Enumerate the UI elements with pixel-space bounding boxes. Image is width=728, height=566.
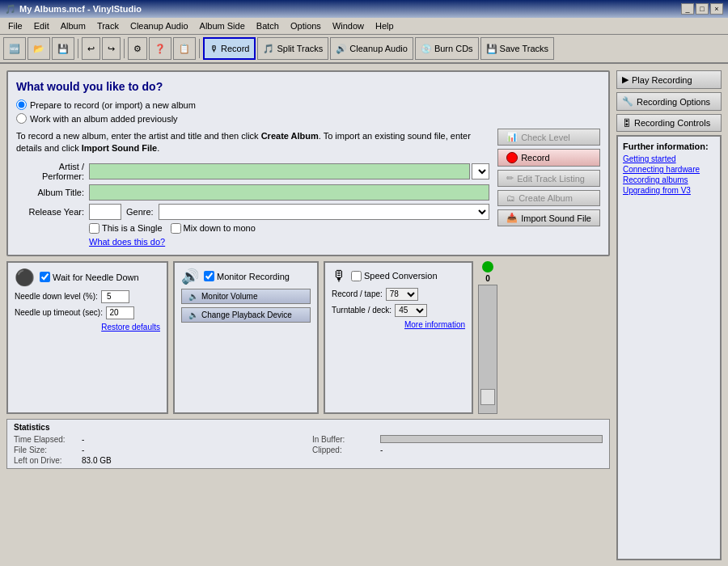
- monitor-panel: 🔊 Monitor Recording 🔈 Monitor Volume 🔈 C…: [173, 261, 319, 414]
- recording-controls-button[interactable]: 🎛 Recording Controls: [616, 114, 722, 132]
- artist-row: Artist / Performer:: [16, 162, 489, 181]
- year-genre-row: Release Year: Genre:: [16, 204, 489, 220]
- cd-icon: 💿: [421, 44, 432, 54]
- speed-panel: 🎙 Speed Conversion Record / tape: 78 45 …: [324, 261, 473, 414]
- cleanup-audio-button[interactable]: 🔊 Cleanup Audio: [330, 37, 413, 60]
- import-sound-button[interactable]: 📥 Import Sound File: [497, 209, 600, 226]
- single-checkbox[interactable]: [89, 223, 99, 234]
- menu-options[interactable]: Options: [286, 19, 326, 32]
- play-recording-button[interactable]: ▶ Play Recording: [616, 70, 722, 89]
- vu-needle: [480, 389, 495, 405]
- radio-new-album: Prepare to record (or import) a new albu…: [16, 99, 489, 110]
- right-panel: ▶ Play Recording 🔧 Recording Options 🎛 R…: [616, 70, 722, 560]
- volume-icon: 🔈: [188, 292, 198, 301]
- radio-new-album-input[interactable]: [16, 99, 27, 110]
- create-icon: 🗂: [506, 193, 515, 203]
- controls-icon: 🎛: [622, 118, 631, 128]
- wrench-icon: 🔧: [622, 96, 633, 107]
- stats-container: Statistics Time Elapsed: - In Buffer: Fi…: [6, 419, 610, 469]
- menu-batch[interactable]: Batch: [252, 19, 284, 32]
- menu-help[interactable]: Help: [370, 19, 399, 32]
- menu-file[interactable]: File: [3, 19, 28, 32]
- record-speed-label: Record / tape:: [332, 289, 383, 298]
- time-elapsed-value: -: [82, 435, 84, 444]
- open-button[interactable]: 📂: [28, 37, 50, 60]
- record-speed-select[interactable]: 78 45 33: [386, 288, 418, 301]
- save-tracks-button[interactable]: 💾 Save Tracks: [480, 37, 555, 60]
- link-connecting-hardware[interactable]: Connecting hardware: [623, 165, 715, 174]
- record-toolbar-button[interactable]: 🎙 Record: [203, 37, 256, 60]
- what-link[interactable]: What does this do?: [89, 237, 165, 247]
- mono-checkbox[interactable]: [171, 223, 181, 234]
- help-button[interactable]: ❓: [149, 37, 171, 60]
- turntable-speed-label: Turntable / deck:: [332, 306, 392, 315]
- clipped-label: Clipped:: [312, 446, 377, 454]
- single-label: This is a Single: [102, 223, 163, 233]
- radio-existing-input[interactable]: [16, 113, 27, 124]
- drive-label: Left on Drive:: [14, 456, 78, 465]
- album-button[interactable]: 📋: [173, 37, 196, 60]
- check-level-button[interactable]: 📊 Check Level: [497, 129, 600, 146]
- artist-dropdown[interactable]: [472, 163, 489, 180]
- wizard-info: To record a new album, enter the artist …: [16, 130, 489, 155]
- close-button[interactable]: ×: [710, 3, 723, 15]
- menu-album[interactable]: Album: [56, 19, 91, 32]
- restore-defaults-link[interactable]: Restore defaults: [15, 323, 160, 332]
- split-icon: 🎵: [263, 44, 274, 54]
- change-playback-button[interactable]: 🔈 Change Playback Device: [181, 307, 311, 323]
- menu-bar: File Edit Album Track Cleanup Audio Albu…: [0, 18, 728, 35]
- needle-level-input[interactable]: [101, 290, 129, 303]
- artist-input[interactable]: [89, 163, 470, 180]
- needle-down-checkbox[interactable]: [40, 272, 50, 282]
- save-tracks-icon: 💾: [486, 44, 497, 54]
- link-recording-albums[interactable]: Recording albums: [623, 175, 715, 184]
- monitor-volume-button[interactable]: 🔈 Monitor Volume: [181, 289, 311, 304]
- menu-window[interactable]: Window: [328, 19, 369, 32]
- create-album-button[interactable]: 🗂 Create Album: [497, 190, 600, 206]
- year-label: Release Year:: [16, 207, 89, 217]
- monitor-checkbox[interactable]: [204, 271, 214, 281]
- needle-icon: ⚫: [15, 268, 35, 287]
- year-input[interactable]: [89, 204, 121, 220]
- turntable-speed-select[interactable]: 45 33: [395, 304, 427, 317]
- save-button[interactable]: 💾: [52, 37, 74, 60]
- link-upgrading[interactable]: Upgrading from V3: [623, 186, 715, 195]
- needle-timeout-input[interactable]: [106, 306, 134, 319]
- file-size-row: File Size: -: [14, 446, 304, 454]
- minimize-button[interactable]: _: [681, 3, 694, 15]
- menu-albumside[interactable]: Album Side: [195, 19, 250, 32]
- burn-cds-button[interactable]: 💿 Burn CDs: [415, 37, 479, 60]
- monitor-label: Monitor Recording: [217, 272, 290, 281]
- microphone-icon: 🎙: [210, 44, 218, 53]
- record-speed-row: Record / tape: 78 45 33: [332, 288, 465, 301]
- new-button[interactable]: 🆕: [3, 37, 26, 60]
- speed-label: Speed Conversion: [364, 271, 438, 281]
- genre-select[interactable]: [159, 204, 490, 220]
- link-getting-started[interactable]: Getting started: [623, 154, 715, 163]
- speed-checkbox[interactable]: [351, 271, 362, 281]
- radio-existing-album: Work with an album added previously: [16, 113, 489, 124]
- genre-label: Genre:: [126, 207, 154, 217]
- album-input[interactable]: [89, 184, 489, 201]
- undo-button[interactable]: ↩: [82, 37, 100, 60]
- artist-label: Artist / Performer:: [16, 162, 89, 181]
- more-info-link[interactable]: More information: [332, 320, 465, 329]
- split-tracks-button[interactable]: 🎵 Split Tracks: [257, 37, 328, 60]
- edit-track-button[interactable]: ✏ Edit Track Listing: [497, 170, 600, 187]
- radio-new-label: Prepare to record (or import) a new albu…: [30, 100, 196, 110]
- record-button[interactable]: Record: [497, 149, 600, 167]
- needle-down-checkbox-label: Wait for Needle Down: [40, 272, 139, 282]
- maximize-button[interactable]: □: [696, 3, 709, 15]
- menu-edit[interactable]: Edit: [29, 19, 54, 32]
- menu-track[interactable]: Track: [92, 19, 124, 32]
- in-buffer-label: In Buffer:: [312, 435, 377, 444]
- pencil-icon: ✏: [506, 173, 514, 184]
- settings-button[interactable]: ⚙: [128, 37, 147, 60]
- chart-icon: 📊: [506, 132, 518, 142]
- redo-button[interactable]: ↪: [102, 37, 121, 60]
- separator-2: [124, 39, 125, 58]
- menu-cleanup[interactable]: Cleanup Audio: [125, 19, 193, 32]
- import-icon: 📥: [506, 213, 518, 223]
- bottom-section: ⚫ Wait for Needle Down Needle down level…: [6, 261, 610, 414]
- recording-options-button[interactable]: 🔧 Recording Options: [616, 92, 722, 111]
